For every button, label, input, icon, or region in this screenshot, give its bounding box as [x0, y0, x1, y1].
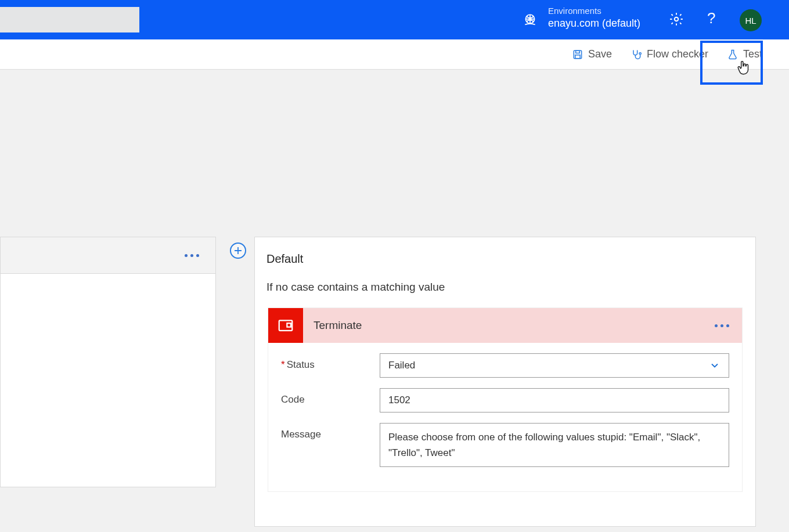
gear-icon[interactable]: [669, 12, 684, 27]
status-label: *Status: [281, 353, 380, 371]
action-toolbar: Save Flow checker Test: [0, 39, 789, 70]
help-icon[interactable]: ?: [707, 9, 715, 27]
environment-icon: [523, 13, 538, 28]
test-button[interactable]: Test: [723, 46, 766, 63]
message-label: Message: [281, 423, 380, 440]
flow-checker-label: Flow checker: [647, 48, 708, 60]
terminate-action: Terminate *Status Failed Code Message Pl…: [268, 307, 743, 492]
default-case-card: Default If no case contains a matching v…: [254, 237, 756, 527]
terminate-title: Terminate: [303, 319, 715, 332]
flask-icon: [727, 49, 738, 60]
avatar[interactable]: HL: [740, 9, 762, 31]
stethoscope-icon: [631, 49, 642, 60]
default-subtitle: If no case contains a matching value: [255, 272, 755, 307]
flow-checker-button[interactable]: Flow checker: [627, 46, 712, 63]
status-select[interactable]: Failed: [380, 353, 729, 378]
save-icon: [572, 49, 583, 60]
default-title: Default: [255, 237, 755, 272]
case-card-header[interactable]: [0, 237, 216, 274]
more-icon[interactable]: [715, 324, 742, 327]
svg-rect-4: [575, 55, 580, 58]
code-label: Code: [281, 388, 380, 406]
svg-point-1: [675, 17, 679, 21]
terminate-body: *Status Failed Code Message Please choos…: [268, 343, 742, 491]
save-button[interactable]: Save: [568, 46, 615, 63]
save-label: Save: [588, 48, 612, 60]
svg-point-5: [639, 52, 641, 54]
status-value: Failed: [388, 360, 415, 371]
top-bar: Environments enayu.com (default) ? HL: [0, 0, 789, 39]
code-input[interactable]: [380, 388, 729, 412]
test-label: Test: [743, 48, 762, 60]
chevron-down-icon: [709, 360, 720, 371]
terminate-header[interactable]: Terminate: [268, 308, 742, 343]
more-icon[interactable]: [185, 254, 199, 257]
add-case-button[interactable]: [230, 243, 246, 259]
environments-label: Environments: [548, 6, 601, 16]
environment-name[interactable]: enayu.com (default): [548, 17, 640, 30]
message-input[interactable]: Please choose from one of the following …: [380, 423, 729, 467]
search-input[interactable]: [0, 7, 139, 32]
terminate-icon: [268, 308, 303, 343]
case-card-body: n: [0, 274, 216, 487]
svg-rect-3: [576, 50, 580, 53]
